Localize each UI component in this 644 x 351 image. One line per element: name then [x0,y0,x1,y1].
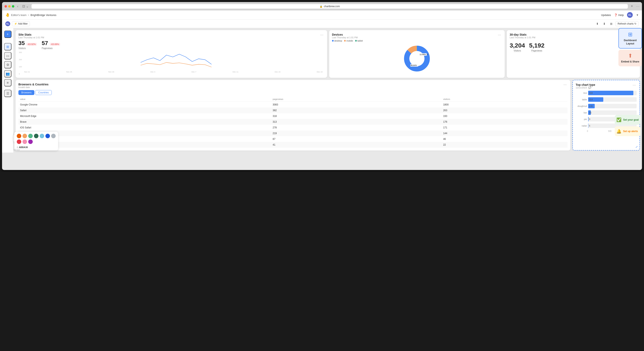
visitors-stat: 35 -63.92% Visitors [18,40,37,50]
devices-card: Devices Last Thursday at 1:01 PM ⋯ deskt… [329,30,505,78]
cell-visitors: 1800 [442,102,568,108]
bar-value-label: 55 [589,111,592,114]
color-gray[interactable] [51,134,56,138]
team-name: Editor's team [11,14,26,17]
bar-row: doughnut136 [576,104,637,108]
add-filter-button[interactable]: ⚡ Add filter [12,21,30,26]
refresh-charts-button[interactable]: Refresh charts ↻ [615,21,639,26]
traffic-lights [4,5,14,8]
download-icon[interactable]: ⬇ [602,21,607,27]
browsers-title: Browsers & Countries [18,83,48,86]
topbar: 🤚 Editor's team > BrightBridge Ventures … [2,11,642,20]
address-bar[interactable]: 🔒 chartbrew.com [32,4,628,9]
preview-icon[interactable]: ▭ [4,52,12,59]
integrations-icon[interactable]: ✳ [4,79,12,86]
devices-menu[interactable]: ⋯ [497,33,502,37]
help-link[interactable]: ❓ Help [614,14,624,17]
bar-label: bar [576,111,587,114]
color-light-blue[interactable] [40,134,44,138]
site-stats-title: Site Stats [18,33,44,36]
col-value: value [18,97,271,102]
y-axis-labels: 3002001000 [18,51,22,75]
pageviews-label: Pageviews [42,47,52,50]
embed-share-card[interactable]: ⬆ Embed & Share [618,50,642,66]
color-blue[interactable] [46,134,50,138]
cell-value: Brave [18,119,271,125]
browser-tabs: Browsers Countries [18,90,568,95]
x-axis-labels: Nov 21Nov 25Nov 29Dec 3 Dec 7Dec 11Dec 1… [18,71,324,73]
color-pink[interactable] [22,139,27,144]
goal-icon: ✅ [616,117,622,122]
settings-icon[interactable]: ⚙ [4,61,12,68]
bar-row: bar55 [576,110,637,115]
cell-pageviews: 3083 [271,102,442,108]
share-icon[interactable]: ⬆ [594,21,600,27]
big-pageviews-label: Pageviews [531,49,542,52]
bar-value-label: 6 [589,125,590,127]
color-orange[interactable] [17,134,21,138]
color-yellow[interactable] [22,134,27,138]
add-chart-button[interactable]: + [4,31,12,38]
devices-subtitle: Last Thursday at 1:01 PM [332,36,358,39]
cell-visitors: 144 [442,130,568,136]
top-chart-menu[interactable]: ⋯ [632,83,637,87]
bar-value-label: 9 [589,118,590,120]
updates-link[interactable]: Updates [601,14,611,17]
bar-fill: 9 [588,117,588,121]
cell-pageviews: 318 [271,113,442,119]
cell-visitors: 46 [442,136,568,142]
chevron-down-icon[interactable]: ▼ [636,14,639,17]
menu-icon[interactable]: ☰ [4,90,12,97]
set-alerts-card[interactable]: 🔔 Set up alerts [615,126,640,136]
table-row: Safari382263 [18,108,568,113]
hex-value[interactable]: ABBA30 [19,146,28,148]
dashboard-layout-card[interactable]: ⊞ Dashboard Layout [618,28,642,49]
user-avatar-small[interactable]: KL [5,21,10,26]
set-goal-card[interactable]: ✅ Set your goal [615,115,640,125]
window-controls-button[interactable]: ⊡ ⌄ [21,4,30,9]
big-pageviews-count: 5,192 [529,42,544,49]
new-tab-button[interactable]: + [630,4,634,9]
url-text: chartbrew.com [324,5,340,8]
col-visitors: visitors [442,97,568,102]
color-green[interactable] [34,134,38,138]
browsers-countries-card: Browsers & Countries Invalid date ⋯ Brow… [16,80,570,151]
toolbar-actions: ⬆ ⬇ ⊞ Refresh charts ↻ [594,21,639,27]
team-icon[interactable]: 👥 [4,70,12,77]
bar-row: table314 [576,97,637,102]
close-button[interactable] [4,5,7,8]
avatar-initials: KL [628,14,632,16]
user-avatar[interactable]: KL [627,12,633,18]
dashboard-icon[interactable]: ⊞ [4,43,12,50]
tab-countries[interactable]: Countries [35,90,52,95]
set-alerts-label: Set up alerts [623,130,638,133]
browsers-subtitle: Invalid date [18,86,48,89]
maximize-button[interactable] [12,5,14,8]
cell-value: Safari [18,108,271,113]
extensions-icon[interactable]: ⋯ [636,4,640,9]
cell-pageviews: 87 [271,136,442,142]
big-pageviews: 5,192 Pageviews [529,42,544,52]
color-palette: # ABBA30 [14,132,58,151]
sidebar: + ⊞ ▭ ⚙ 👥 ✳ ☰ [2,28,14,153]
palette-row-1 [17,134,56,138]
color-purple[interactable] [28,139,33,144]
table-row: Microsoft Edge318193 [18,113,568,119]
site-stats-menu[interactable]: ⋯ [319,33,324,37]
cell-visitors: 22 [442,142,568,148]
big-visitors-label: Visitors [514,49,521,52]
bar-track: 934 [588,91,637,95]
back-button[interactable]: ‹ [16,4,20,9]
right-panel: ⊞ Dashboard Layout ⬆ Embed & Share [618,28,642,66]
cell-visitors: 263 [442,108,568,113]
bar-value-label: 136 [589,105,593,107]
browsers-menu[interactable]: ⋯ [562,83,568,87]
expand-icon[interactable]: ⤢ [636,145,638,148]
stats30-subtitle: Last Thursday at 1:01 PM [510,36,535,39]
tab-browsers[interactable]: Browsers [18,90,34,95]
minimize-button[interactable] [8,5,11,8]
bar-fill: 314 [588,97,603,102]
color-teal[interactable] [28,134,33,138]
color-red[interactable] [17,139,21,144]
grid-view-icon[interactable]: ⊞ [608,21,614,27]
